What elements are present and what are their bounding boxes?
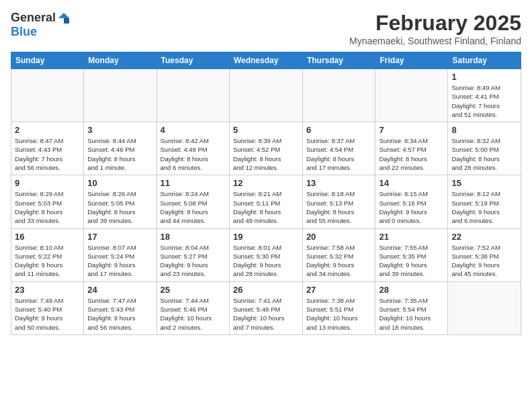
calendar-cell [11, 69, 84, 122]
day-detail: Sunrise: 7:49 AM Sunset: 5:40 PM Dayligh… [15, 296, 80, 332]
day-detail: Sunrise: 8:29 AM Sunset: 5:03 PM Dayligh… [15, 189, 80, 225]
day-detail: Sunrise: 7:44 AM Sunset: 5:46 PM Dayligh… [161, 296, 226, 332]
calendar-cell: 23Sunrise: 7:49 AM Sunset: 5:40 PM Dayli… [11, 281, 84, 334]
calendar-cell [302, 69, 375, 122]
day-detail: Sunrise: 8:15 AM Sunset: 5:16 PM Dayligh… [379, 189, 444, 225]
day-number: 7 [379, 125, 444, 135]
location-subtitle: Mynaemaeki, Southwest Finland, Finland [349, 36, 521, 46]
calendar-week-row: 16Sunrise: 8:10 AM Sunset: 5:22 PM Dayli… [11, 228, 521, 281]
day-number: 4 [161, 125, 226, 135]
calendar-week-row: 2Sunrise: 8:47 AM Sunset: 4:43 PM Daylig… [11, 122, 521, 175]
calendar-cell [229, 69, 302, 122]
day-number: 24 [87, 285, 152, 295]
logo-general-text: General [11, 11, 56, 25]
day-detail: Sunrise: 7:55 AM Sunset: 5:35 PM Dayligh… [379, 243, 444, 279]
day-detail: Sunrise: 8:26 AM Sunset: 5:05 PM Dayligh… [87, 189, 152, 225]
day-of-week-header: Friday [375, 52, 448, 69]
svg-marker-0 [58, 13, 69, 18]
calendar-cell: 1Sunrise: 8:49 AM Sunset: 4:41 PM Daylig… [448, 69, 521, 122]
day-detail: Sunrise: 8:42 AM Sunset: 4:49 PM Dayligh… [161, 136, 226, 172]
logo-blue-text: Blue [11, 25, 37, 39]
day-number: 14 [379, 178, 444, 188]
day-number: 21 [379, 232, 444, 242]
day-number: 1 [451, 72, 517, 82]
day-detail: Sunrise: 8:01 AM Sunset: 5:30 PM Dayligh… [233, 243, 299, 279]
day-number: 16 [15, 232, 80, 242]
calendar-cell: 13Sunrise: 8:18 AM Sunset: 5:13 PM Dayli… [302, 175, 375, 228]
calendar-cell: 25Sunrise: 7:44 AM Sunset: 5:46 PM Dayli… [157, 281, 229, 334]
day-number: 9 [15, 178, 80, 188]
calendar-cell: 11Sunrise: 8:24 AM Sunset: 5:08 PM Dayli… [157, 175, 229, 228]
calendar-week-row: 9Sunrise: 8:29 AM Sunset: 5:03 PM Daylig… [11, 175, 521, 228]
day-number: 13 [306, 178, 372, 188]
day-of-week-header: Sunday [11, 52, 84, 69]
calendar-cell: 8Sunrise: 8:32 AM Sunset: 5:00 PM Daylig… [448, 122, 521, 175]
day-detail: Sunrise: 8:49 AM Sunset: 4:41 PM Dayligh… [451, 83, 517, 119]
calendar-cell: 24Sunrise: 7:47 AM Sunset: 5:43 PM Dayli… [84, 281, 157, 334]
page-header: General Blue February 2025 Mynaemaeki, S… [11, 11, 521, 46]
day-detail: Sunrise: 8:21 AM Sunset: 5:11 PM Dayligh… [233, 189, 299, 225]
calendar-cell: 19Sunrise: 8:01 AM Sunset: 5:30 PM Dayli… [229, 228, 302, 281]
day-of-week-header: Thursday [302, 52, 375, 69]
day-number: 27 [306, 285, 372, 295]
day-number: 28 [379, 285, 444, 295]
day-number: 17 [87, 232, 152, 242]
logo: General Blue [11, 11, 71, 39]
day-detail: Sunrise: 7:35 AM Sunset: 5:54 PM Dayligh… [379, 296, 444, 332]
calendar-cell: 27Sunrise: 7:38 AM Sunset: 5:51 PM Dayli… [302, 281, 375, 334]
title-block: February 2025 Mynaemaeki, Southwest Finl… [349, 11, 521, 46]
day-detail: Sunrise: 8:32 AM Sunset: 5:00 PM Dayligh… [451, 136, 517, 172]
calendar-cell: 2Sunrise: 8:47 AM Sunset: 4:43 PM Daylig… [11, 122, 84, 175]
calendar-cell: 3Sunrise: 8:44 AM Sunset: 4:46 PM Daylig… [84, 122, 157, 175]
day-detail: Sunrise: 7:38 AM Sunset: 5:51 PM Dayligh… [306, 296, 372, 332]
day-number: 22 [451, 232, 517, 242]
calendar-cell: 20Sunrise: 7:58 AM Sunset: 5:32 PM Dayli… [302, 228, 375, 281]
day-detail: Sunrise: 7:41 AM Sunset: 5:48 PM Dayligh… [233, 296, 299, 332]
day-number: 2 [15, 125, 80, 135]
calendar-week-row: 1Sunrise: 8:49 AM Sunset: 4:41 PM Daylig… [11, 69, 521, 122]
calendar-week-row: 23Sunrise: 7:49 AM Sunset: 5:40 PM Dayli… [11, 281, 521, 334]
calendar-cell [84, 69, 157, 122]
svg-marker-1 [64, 18, 69, 24]
calendar-cell: 28Sunrise: 7:35 AM Sunset: 5:54 PM Dayli… [375, 281, 448, 334]
month-title: February 2025 [349, 11, 521, 36]
calendar-cell: 4Sunrise: 8:42 AM Sunset: 4:49 PM Daylig… [157, 122, 229, 175]
calendar-cell: 16Sunrise: 8:10 AM Sunset: 5:22 PM Dayli… [11, 228, 84, 281]
calendar-cell: 15Sunrise: 8:12 AM Sunset: 5:19 PM Dayli… [448, 175, 521, 228]
calendar-cell: 5Sunrise: 8:39 AM Sunset: 4:52 PM Daylig… [229, 122, 302, 175]
day-number: 25 [161, 285, 226, 295]
calendar-cell [375, 69, 448, 122]
day-detail: Sunrise: 7:58 AM Sunset: 5:32 PM Dayligh… [306, 243, 372, 279]
calendar-cell: 17Sunrise: 8:07 AM Sunset: 5:24 PM Dayli… [84, 228, 157, 281]
calendar-cell: 14Sunrise: 8:15 AM Sunset: 5:16 PM Dayli… [375, 175, 448, 228]
day-number: 10 [87, 178, 152, 188]
calendar-cell: 26Sunrise: 7:41 AM Sunset: 5:48 PM Dayli… [229, 281, 302, 334]
day-of-week-header: Monday [84, 52, 157, 69]
calendar-cell: 9Sunrise: 8:29 AM Sunset: 5:03 PM Daylig… [11, 175, 84, 228]
day-number: 18 [161, 232, 226, 242]
day-detail: Sunrise: 8:24 AM Sunset: 5:08 PM Dayligh… [161, 189, 226, 225]
day-detail: Sunrise: 8:37 AM Sunset: 4:54 PM Dayligh… [306, 136, 372, 172]
day-of-week-header: Tuesday [157, 52, 229, 69]
day-number: 15 [451, 178, 517, 188]
calendar-cell: 10Sunrise: 8:26 AM Sunset: 5:05 PM Dayli… [84, 175, 157, 228]
calendar-cell [157, 69, 229, 122]
day-detail: Sunrise: 8:18 AM Sunset: 5:13 PM Dayligh… [306, 189, 372, 225]
day-number: 3 [87, 125, 152, 135]
day-of-week-header: Wednesday [229, 52, 302, 69]
day-number: 26 [233, 285, 299, 295]
calendar-cell: 6Sunrise: 8:37 AM Sunset: 4:54 PM Daylig… [302, 122, 375, 175]
day-detail: Sunrise: 7:52 AM Sunset: 5:38 PM Dayligh… [451, 243, 517, 279]
day-detail: Sunrise: 8:47 AM Sunset: 4:43 PM Dayligh… [15, 136, 80, 172]
day-of-week-header: Saturday [448, 52, 521, 69]
day-detail: Sunrise: 8:12 AM Sunset: 5:19 PM Dayligh… [451, 189, 517, 225]
calendar-cell: 22Sunrise: 7:52 AM Sunset: 5:38 PM Dayli… [448, 228, 521, 281]
day-number: 12 [233, 178, 299, 188]
calendar-cell [448, 281, 521, 334]
logo-icon [57, 11, 71, 25]
calendar-cell: 21Sunrise: 7:55 AM Sunset: 5:35 PM Dayli… [375, 228, 448, 281]
day-number: 20 [306, 232, 372, 242]
day-number: 23 [15, 285, 80, 295]
day-detail: Sunrise: 8:04 AM Sunset: 5:27 PM Dayligh… [161, 243, 226, 279]
day-number: 11 [161, 178, 226, 188]
